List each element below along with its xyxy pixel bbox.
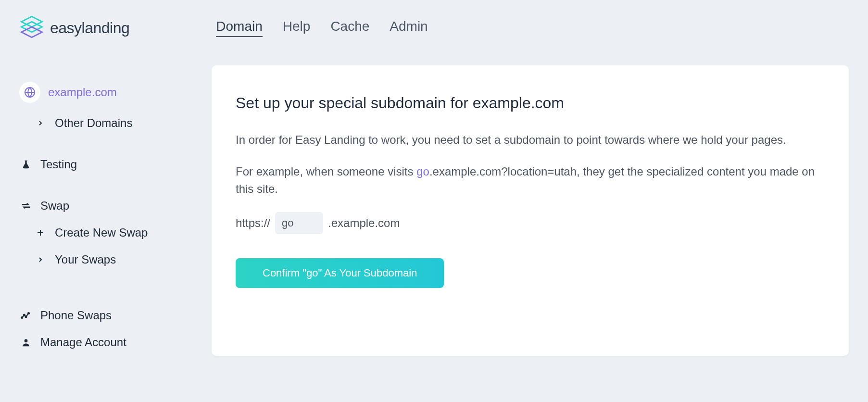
svg-point-2 bbox=[24, 314, 25, 316]
sidebar-create-new-swap[interactable]: Create New Swap bbox=[19, 219, 192, 246]
subdomain-row: https:// .example.com bbox=[236, 212, 825, 234]
svg-point-5 bbox=[25, 339, 28, 342]
top-nav: Domain Help Cache Admin bbox=[216, 19, 428, 37]
layers-icon bbox=[19, 14, 44, 41]
sidebar-item-label: Manage Account bbox=[40, 336, 126, 349]
intro-paragraph-2: For example, when someone visits go.exam… bbox=[236, 163, 825, 198]
globe-icon bbox=[19, 82, 40, 103]
trend-icon bbox=[19, 310, 33, 321]
sidebar-your-swaps[interactable]: Your Swaps bbox=[19, 246, 192, 273]
sidebar-item-label: Create New Swap bbox=[55, 226, 148, 239]
nav-help[interactable]: Help bbox=[283, 19, 311, 37]
subdomain-input[interactable] bbox=[275, 212, 323, 234]
nav-admin[interactable]: Admin bbox=[390, 19, 428, 37]
svg-point-4 bbox=[28, 313, 29, 314]
sidebar-swap[interactable]: Swap bbox=[19, 192, 192, 219]
p2-pre: For example, when someone visits bbox=[236, 165, 416, 178]
nav-cache[interactable]: Cache bbox=[330, 19, 369, 37]
brand-name: easylanding bbox=[50, 19, 129, 37]
swap-icon bbox=[19, 201, 33, 211]
plus-icon bbox=[34, 228, 47, 237]
main-card: Set up your special subdomain for exampl… bbox=[212, 65, 849, 356]
sidebar: example.com Other Domains Testing Swap bbox=[19, 65, 192, 356]
sidebar-phone-swaps[interactable]: Phone Swaps bbox=[19, 302, 192, 329]
sidebar-other-domains[interactable]: Other Domains bbox=[19, 110, 192, 137]
sidebar-item-label: Swap bbox=[40, 199, 69, 213]
p2-highlight: go bbox=[416, 165, 429, 178]
flask-icon bbox=[19, 160, 33, 169]
protocol-label: https:// bbox=[236, 216, 270, 230]
confirm-subdomain-button[interactable]: Confirm "go" As Your Subdomain bbox=[236, 258, 444, 288]
sidebar-testing[interactable]: Testing bbox=[19, 151, 192, 178]
intro-paragraph-1: In order for Easy Landing to work, you n… bbox=[236, 131, 825, 149]
chevron-right-icon bbox=[34, 119, 47, 127]
chevron-right-icon bbox=[34, 256, 47, 264]
sidebar-item-label: Other Domains bbox=[55, 116, 132, 130]
brand-logo[interactable]: easylanding bbox=[19, 14, 129, 41]
nav-domain[interactable]: Domain bbox=[216, 19, 262, 37]
sidebar-domain-label: example.com bbox=[48, 86, 117, 99]
person-icon bbox=[19, 338, 33, 347]
page-title: Set up your special subdomain for exampl… bbox=[236, 94, 825, 112]
app-header: easylanding Domain Help Cache Admin bbox=[0, 0, 868, 46]
svg-point-3 bbox=[25, 316, 27, 317]
domain-suffix: .example.com bbox=[328, 216, 400, 230]
sidebar-item-label: Your Swaps bbox=[55, 253, 116, 266]
sidebar-manage-account[interactable]: Manage Account bbox=[19, 329, 192, 356]
sidebar-item-label: Phone Swaps bbox=[40, 309, 112, 322]
svg-point-1 bbox=[21, 317, 23, 318]
sidebar-current-domain[interactable]: example.com bbox=[19, 75, 192, 110]
sidebar-item-label: Testing bbox=[40, 158, 77, 171]
